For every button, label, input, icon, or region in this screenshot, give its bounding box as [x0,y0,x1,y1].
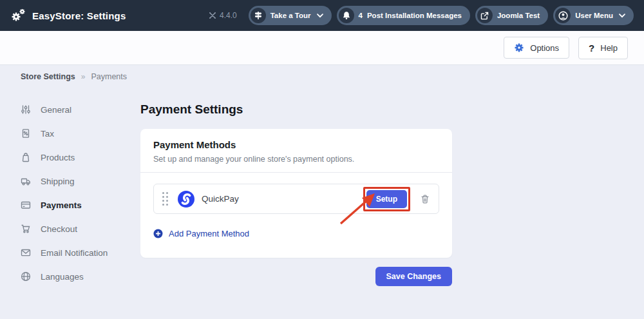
bell-icon [339,8,354,23]
cogs-icon [10,8,26,23]
sidebar-item-checkout[interactable]: Checkout [21,222,134,236]
card-divider [140,172,452,173]
chevron-down-icon [317,14,323,18]
add-payment-method-link[interactable]: Add Payment Method [153,229,249,258]
help-button[interactable]: ? Help [578,37,628,59]
breadcrumb-payments: Payments [91,72,127,81]
joomla-test-site-button[interactable]: Joomla Test [475,6,548,25]
shopping-bag-icon [21,152,31,162]
breadcrumb: Store Settings » Payments [21,72,127,81]
page-header-title: EasyStore: Settings [32,10,126,21]
add-payment-method-label: Add Payment Method [169,229,249,238]
question-icon: ? [589,43,594,53]
version-label: 4.4.0 [220,11,237,20]
top-navbar: EasyStore: Settings 4.4.0 Take a To [0,0,644,31]
truck-icon [21,176,31,186]
quickpay-logo [177,190,195,208]
payment-methods-card: Payment Methods Set up and manage your o… [140,129,452,258]
user-menu-button[interactable]: User Menu [553,6,634,25]
sidebar-item-tax[interactable]: Tax [21,126,134,140]
credit-card-icon [21,200,31,210]
sidebar-item-products[interactable]: Products [21,150,134,164]
envelope-icon [21,247,31,258]
cart-icon [21,224,31,234]
user-icon [555,8,571,23]
save-row: Save Changes [140,267,452,286]
help-label: Help [600,43,618,53]
sidebar-item-email-notification[interactable]: Email Notification [21,246,134,260]
sidebar-label: Checkout [41,224,77,234]
breadcrumb-separator: » [81,72,86,81]
navbar-right: 4.4.0 Take a Tour 4 [209,6,634,25]
joomla-version: 4.4.0 [209,11,237,20]
sidebar-item-languages[interactable]: Languages [21,269,134,284]
sidebar-item-payments[interactable]: Payments [21,198,134,212]
external-link-icon [477,8,493,23]
tax-document-icon [21,128,31,139]
breadcrumb-store-settings[interactable]: Store Settings [21,72,75,81]
toolbar: Options ? Help [0,31,644,65]
sidebar-item-shipping[interactable]: Shipping [21,174,134,188]
signpost-icon [251,8,266,23]
user-menu-label: User Menu [575,12,613,19]
save-changes-button[interactable]: Save Changes [375,267,452,286]
card-header: Payment Methods Set up and manage your o… [140,129,452,172]
sidebar-label: Shipping [41,177,75,186]
settings-sidebar: General Tax Products Shipp [21,102,134,293]
post-installation-messages-button[interactable]: 4 Post Installation Messages [337,6,470,25]
options-button[interactable]: Options [504,37,569,59]
globe-icon [21,271,31,282]
options-label: Options [530,43,559,53]
drag-handle-icon[interactable] [162,192,168,206]
sidebar-label: Payments [41,200,82,210]
joomla-icon [209,12,216,19]
card-title: Payment Methods [153,139,439,151]
sliders-icon [21,104,31,115]
setup-button[interactable]: Setup [366,190,407,208]
take-a-tour-label: Take a Tour [270,12,311,19]
payment-method-row: QuickPay Setup [153,184,439,214]
main-content: Payment Settings Payment Methods Set up … [140,102,452,286]
take-a-tour-button[interactable]: Take a Tour [249,6,332,25]
sidebar-label: Products [41,153,75,162]
app-brand: EasyStore: Settings [10,8,126,23]
joomla-test-label: Joomla Test [497,12,540,19]
sidebar-label: Languages [41,272,84,282]
red-annotation-box: Setup [363,187,410,211]
card-subtitle: Set up and manage your online store's pa… [153,155,439,164]
payment-method-name: QuickPay [202,194,239,204]
page-title: Payment Settings [140,102,452,117]
trash-icon[interactable] [420,194,430,204]
chevron-down-icon [619,14,625,18]
messages-label: Post Installation Messages [367,12,462,19]
gear-icon [514,43,524,53]
sidebar-item-general[interactable]: General [21,102,134,117]
sidebar-label: Tax [41,129,54,139]
plus-circle-icon [153,229,163,238]
sidebar-label: Email Notification [41,248,108,258]
sidebar-label: General [41,105,71,115]
messages-count-badge: 4 [359,12,363,19]
